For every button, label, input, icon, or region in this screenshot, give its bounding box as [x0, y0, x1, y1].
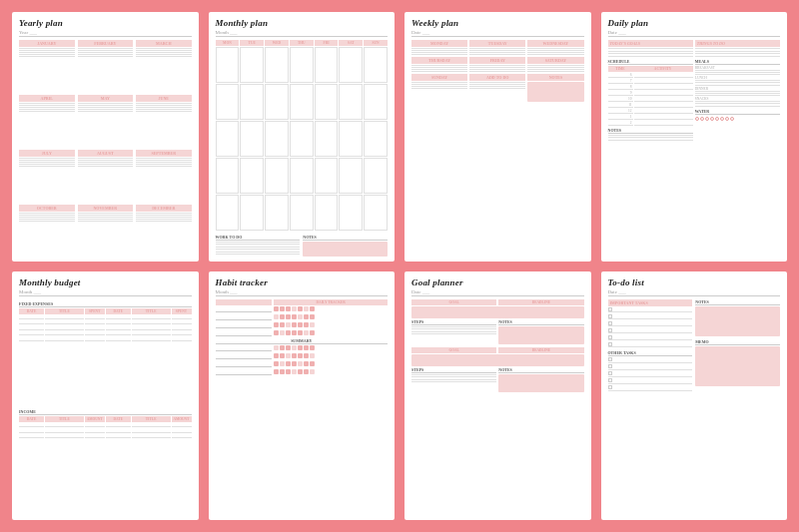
habit-dot[interactable] [292, 330, 297, 335]
todo-checkbox[interactable] [608, 357, 612, 361]
cal-cell[interactable] [364, 84, 388, 120]
habit-dot[interactable] [310, 361, 315, 366]
cal-cell[interactable] [339, 195, 363, 231]
habit-dot[interactable] [274, 330, 279, 335]
todo-checkbox[interactable] [608, 328, 612, 332]
habit-dot[interactable] [298, 353, 303, 358]
cal-cell[interactable] [290, 84, 314, 120]
cal-cell[interactable] [364, 121, 388, 157]
cal-cell[interactable] [339, 158, 363, 194]
todo-checkbox[interactable] [608, 307, 612, 311]
habit-dot[interactable] [298, 330, 303, 335]
cal-cell[interactable] [240, 47, 264, 83]
water-dot-5[interactable] [715, 117, 719, 121]
cal-cell[interactable] [290, 121, 314, 157]
habit-dot[interactable] [280, 330, 285, 335]
todo-checkbox[interactable] [608, 371, 612, 375]
todo-checkbox[interactable] [608, 314, 612, 318]
cal-cell[interactable] [315, 195, 339, 231]
habit-dot[interactable] [280, 322, 285, 327]
habit-dot[interactable] [286, 306, 291, 311]
cal-cell[interactable] [315, 84, 339, 120]
habit-dot[interactable] [310, 322, 315, 327]
habit-dot[interactable] [304, 322, 309, 327]
habit-dot[interactable] [292, 322, 297, 327]
habit-dot[interactable] [310, 306, 315, 311]
cal-cell[interactable] [240, 84, 264, 120]
habit-dot[interactable] [304, 369, 309, 374]
habit-dot[interactable] [292, 353, 297, 358]
cal-cell[interactable] [265, 195, 289, 231]
habit-dot[interactable] [280, 353, 285, 358]
cal-cell[interactable] [216, 84, 240, 120]
todo-checkbox[interactable] [608, 378, 612, 382]
habit-dot[interactable] [286, 314, 291, 319]
habit-dot[interactable] [274, 322, 279, 327]
habit-dot[interactable] [304, 345, 309, 350]
habit-dot[interactable] [304, 330, 309, 335]
cal-cell[interactable] [216, 195, 240, 231]
cal-cell[interactable] [216, 47, 240, 83]
habit-dot[interactable] [280, 306, 285, 311]
cal-cell[interactable] [265, 121, 289, 157]
habit-dot[interactable] [298, 369, 303, 374]
todo-checkbox[interactable] [608, 335, 612, 339]
cal-cell[interactable] [265, 47, 289, 83]
habit-dot[interactable] [292, 369, 297, 374]
water-dot-8[interactable] [730, 117, 734, 121]
habit-dot[interactable] [304, 306, 309, 311]
todo-checkbox[interactable] [608, 364, 612, 368]
water-dot-6[interactable] [720, 117, 724, 121]
cal-cell[interactable] [339, 47, 363, 83]
habit-dot[interactable] [298, 306, 303, 311]
habit-dot[interactable] [286, 322, 291, 327]
habit-dot[interactable] [286, 345, 291, 350]
cal-cell[interactable] [265, 84, 289, 120]
water-dot-7[interactable] [725, 117, 729, 121]
habit-dot[interactable] [292, 345, 297, 350]
cal-cell[interactable] [315, 158, 339, 194]
cal-cell[interactable] [364, 195, 388, 231]
cal-cell[interactable] [216, 121, 240, 157]
habit-dot[interactable] [286, 330, 291, 335]
habit-dot[interactable] [292, 314, 297, 319]
habit-dot[interactable] [310, 314, 315, 319]
habit-dot[interactable] [274, 306, 279, 311]
water-dot-3[interactable] [705, 117, 709, 121]
habit-dot[interactable] [310, 345, 315, 350]
habit-dot[interactable] [298, 361, 303, 366]
habit-dot[interactable] [280, 361, 285, 366]
habit-dot[interactable] [310, 330, 315, 335]
cal-cell[interactable] [265, 158, 289, 194]
habit-dot[interactable] [298, 345, 303, 350]
cal-cell[interactable] [315, 47, 339, 83]
habit-dot[interactable] [292, 306, 297, 311]
habit-dot[interactable] [304, 353, 309, 358]
water-dot-4[interactable] [710, 117, 714, 121]
habit-dot[interactable] [274, 369, 279, 374]
habit-dot[interactable] [274, 314, 279, 319]
habit-dot[interactable] [310, 353, 315, 358]
habit-dot[interactable] [304, 361, 309, 366]
habit-dot[interactable] [286, 361, 291, 366]
habit-dot[interactable] [274, 353, 279, 358]
habit-dot[interactable] [280, 369, 285, 374]
habit-dot[interactable] [298, 314, 303, 319]
habit-dot[interactable] [310, 369, 315, 374]
habit-dot[interactable] [298, 322, 303, 327]
todo-checkbox[interactable] [608, 385, 612, 389]
cal-cell[interactable] [315, 121, 339, 157]
cal-cell[interactable] [290, 158, 314, 194]
habit-dot[interactable] [286, 353, 291, 358]
water-dot-2[interactable] [700, 117, 704, 121]
todo-checkbox[interactable] [608, 342, 612, 346]
water-dot-1[interactable] [695, 117, 699, 121]
habit-dot[interactable] [280, 314, 285, 319]
cal-cell[interactable] [290, 47, 314, 83]
habit-dot[interactable] [292, 361, 297, 366]
cal-cell[interactable] [339, 84, 363, 120]
cal-cell[interactable] [240, 195, 264, 231]
cal-cell[interactable] [364, 47, 388, 83]
cal-cell[interactable] [240, 121, 264, 157]
habit-dot[interactable] [274, 361, 279, 366]
